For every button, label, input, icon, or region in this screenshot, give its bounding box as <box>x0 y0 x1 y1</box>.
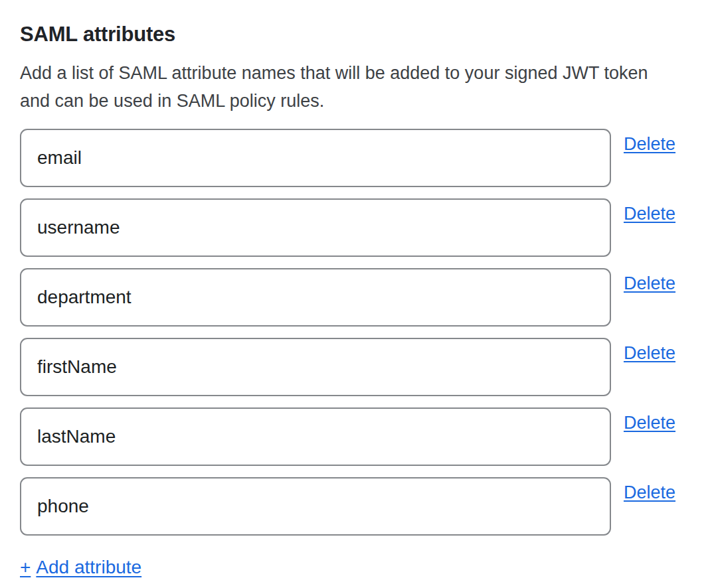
add-attribute-label: Add attribute <box>36 557 141 577</box>
plus-icon: + <box>20 557 31 577</box>
delete-attribute-link[interactable]: Delete <box>624 482 675 503</box>
delete-attribute-link[interactable]: Delete <box>624 203 675 224</box>
add-attribute-link[interactable]: +Add attribute <box>20 556 141 579</box>
attribute-row: Delete <box>20 129 688 187</box>
attribute-row: Delete <box>20 268 688 327</box>
attribute-list: Delete Delete Delete Delete Delete Delet… <box>20 129 688 536</box>
saml-attributes-section: SAML attributes Add a list of SAML attri… <box>0 0 708 588</box>
delete-attribute-link[interactable]: Delete <box>624 342 675 364</box>
attribute-row: Delete <box>20 198 688 257</box>
attribute-input-lastname[interactable] <box>20 407 611 466</box>
delete-attribute-link[interactable]: Delete <box>624 412 675 433</box>
delete-attribute-link[interactable]: Delete <box>624 273 675 294</box>
section-title: SAML attributes <box>20 22 688 47</box>
attribute-row: Delete <box>20 338 688 396</box>
attribute-input-firstname[interactable] <box>20 338 611 396</box>
section-description-line-2: and can be used in SAML policy rules. <box>20 87 688 115</box>
section-description-line-1: Add a list of SAML attribute names that … <box>20 59 688 87</box>
delete-attribute-link[interactable]: Delete <box>624 133 675 155</box>
attribute-input-department[interactable] <box>20 268 611 327</box>
attribute-row: Delete <box>20 477 688 536</box>
attribute-input-username[interactable] <box>20 198 611 257</box>
attribute-input-phone[interactable] <box>20 477 611 536</box>
attribute-input-email[interactable] <box>20 129 611 187</box>
section-description: Add a list of SAML attribute names that … <box>20 59 688 115</box>
attribute-row: Delete <box>20 407 688 466</box>
